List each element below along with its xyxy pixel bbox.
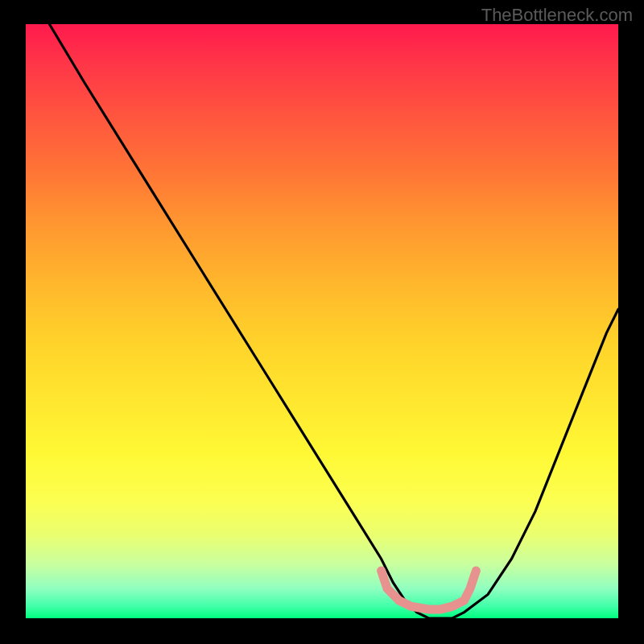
chart-gradient-background [26, 24, 618, 618]
watermark-text: TheBottleneck.com [481, 5, 633, 26]
